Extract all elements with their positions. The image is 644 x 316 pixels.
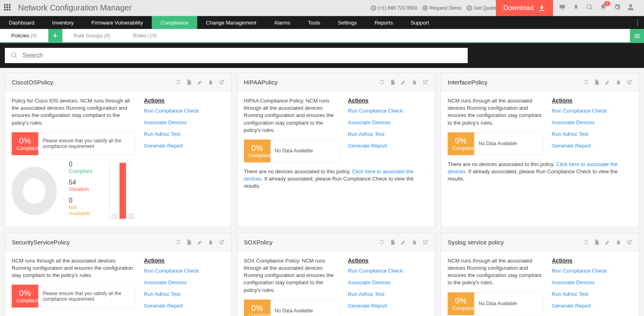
pdf-icon[interactable]	[186, 79, 192, 85]
search-icon[interactable]	[586, 4, 593, 12]
nav-tools[interactable]: Tools	[299, 16, 329, 29]
pdf-icon[interactable]	[390, 79, 396, 85]
edit-icon[interactable]	[400, 79, 407, 85]
demo-icon: ▢	[422, 5, 428, 11]
generate-report-link[interactable]: Generate Report	[348, 303, 428, 309]
run-adhoc-link[interactable]: Run Adhoc Test	[348, 131, 428, 137]
refresh-icon[interactable]	[379, 239, 385, 245]
presentation-icon[interactable]	[559, 4, 566, 12]
search-input[interactable]	[23, 52, 462, 59]
associate-devices-link[interactable]: Associate Devices	[348, 119, 428, 125]
edit-icon[interactable]	[605, 239, 611, 245]
subtab-rule-groups[interactable]: Rule Groups (8)	[62, 29, 122, 42]
generate-report-link[interactable]: Generate Report	[552, 303, 632, 309]
generate-report-link[interactable]: Generate Report	[144, 303, 225, 309]
trash-icon[interactable]	[411, 239, 417, 245]
edit-icon[interactable]	[605, 79, 611, 85]
pdf-icon[interactable]	[594, 239, 600, 245]
associate-devices-link[interactable]: Associate Devices	[552, 119, 632, 125]
top-bar: Network Configuration Manager ✆ (+1) 888…	[0, 0, 644, 16]
nav-support[interactable]: Support	[402, 16, 438, 29]
refresh-icon[interactable]	[175, 79, 181, 85]
ext-icon[interactable]	[626, 239, 632, 245]
refresh-icon[interactable]	[175, 239, 181, 245]
refresh-icon[interactable]	[583, 79, 589, 85]
ext-icon[interactable]	[422, 79, 428, 85]
trash-icon[interactable]	[615, 239, 621, 245]
nav-dashboard[interactable]: Dashboard	[0, 16, 43, 29]
gear-icon[interactable]	[613, 4, 621, 12]
stat-row: 0% Compliant No Data Available	[448, 292, 544, 315]
nav-alarms[interactable]: Alarms	[265, 16, 299, 29]
trash-icon[interactable]	[208, 79, 214, 85]
generate-report-link[interactable]: Generate Report	[144, 143, 225, 149]
nav-settings[interactable]: Settings	[329, 16, 366, 29]
edit-icon[interactable]	[197, 79, 203, 85]
rocket-icon[interactable]	[572, 4, 580, 12]
run-compliance-link[interactable]: Run Compliance Check	[144, 268, 225, 274]
user-icon[interactable]	[627, 4, 634, 12]
generate-report-link[interactable]: Generate Report	[552, 143, 632, 149]
nav-overflow-icon[interactable]: ⋮	[634, 16, 641, 29]
ext-icon[interactable]	[219, 79, 225, 85]
associate-devices-link[interactable]: Associate Devices	[348, 279, 428, 285]
nav-reports[interactable]: Reports	[366, 16, 402, 29]
trash-icon[interactable]	[208, 239, 214, 245]
card-icons	[175, 239, 225, 245]
generate-report-link[interactable]: Generate Report	[348, 143, 428, 149]
apps-grid-icon[interactable]	[4, 4, 12, 12]
nav-inventory[interactable]: Inventory	[43, 16, 83, 29]
associate-devices-link[interactable]: Associate Devices	[144, 119, 225, 125]
hamburger-button[interactable]	[630, 29, 644, 43]
edit-icon[interactable]	[400, 239, 407, 245]
run-adhoc-link[interactable]: Run Adhoc Test	[144, 131, 225, 137]
pdf-icon[interactable]	[186, 239, 192, 245]
phone-link[interactable]: ✆ (+1) 888 720 9500	[371, 5, 417, 11]
associate-devices-link[interactable]: Associate Devices	[552, 279, 632, 285]
stat-message: Please ensure that you satisfy all the c…	[38, 132, 136, 155]
get-quote-link[interactable]: $ Get Quote	[466, 5, 496, 11]
add-policy-button[interactable]: +	[48, 29, 62, 42]
run-adhoc-link[interactable]: Run Adhoc Test	[144, 291, 225, 297]
run-compliance-link[interactable]: Run Compliance Check	[144, 108, 225, 114]
refresh-icon[interactable]	[379, 79, 385, 85]
run-compliance-link[interactable]: Run Compliance Check	[552, 268, 632, 274]
pdf-icon[interactable]	[390, 239, 396, 245]
run-compliance-link[interactable]: Run Compliance Check	[348, 268, 428, 274]
card-actions: Actions Run Compliance Check Associate D…	[144, 257, 225, 314]
subtab-rules[interactable]: Rules (18)	[122, 29, 168, 42]
ext-icon[interactable]	[422, 239, 428, 245]
run-adhoc-link[interactable]: Run Adhoc Test	[348, 291, 428, 297]
pdf-icon[interactable]	[594, 79, 600, 85]
ext-icon[interactable]	[219, 239, 225, 245]
run-adhoc-link[interactable]: Run Adhoc Test	[552, 131, 632, 137]
refresh-icon[interactable]	[583, 239, 589, 245]
associate-devices-link[interactable]: Associate Devices	[144, 279, 225, 285]
request-demo-link[interactable]: ▢ Request Demo	[422, 5, 462, 11]
stat-label: Compliant	[452, 146, 469, 151]
phone-icon: ✆	[371, 5, 376, 11]
get-quote-text: Get Quote	[474, 5, 496, 11]
bell-icon[interactable]: 5	[600, 4, 607, 12]
edit-icon[interactable]	[197, 239, 203, 245]
card-left: Policy for Cisco IOS devices. NCM runs t…	[12, 97, 136, 221]
nav-change-management[interactable]: Change Management	[197, 16, 265, 29]
card-body: SOX Compliance Policy. NCM runs through …	[237, 252, 435, 316]
stat-percent: 0%	[452, 296, 469, 306]
card-actions: Actions Run Compliance Check Associate D…	[348, 257, 428, 316]
download-button[interactable]: Download	[496, 0, 553, 16]
trash-icon[interactable]	[615, 79, 621, 85]
run-compliance-link[interactable]: Run Compliance Check	[552, 108, 632, 114]
card-left: NCM runs through all the associated devi…	[448, 257, 544, 315]
card-header: HIPAAPolicy	[237, 73, 435, 92]
card-title: HIPAAPolicy	[244, 79, 379, 86]
run-adhoc-link[interactable]: Run Adhoc Test	[552, 291, 632, 297]
nav-compliance[interactable]: Compliance	[152, 16, 197, 29]
subtab-policies[interactable]: Policies (6)	[0, 29, 48, 42]
stat-label: Compliant	[249, 313, 266, 316]
ext-icon[interactable]	[626, 79, 632, 85]
run-compliance-link[interactable]: Run Compliance Check	[348, 108, 428, 114]
stat-row: 0% Compliant No Data Available	[244, 300, 340, 316]
nav-firmware-vulnerability[interactable]: Firmware Vulnerability	[83, 16, 152, 29]
trash-icon[interactable]	[411, 79, 417, 85]
